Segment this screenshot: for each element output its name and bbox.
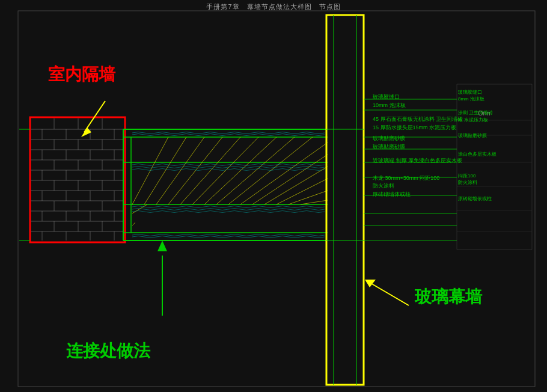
svg-line-65 [156, 137, 204, 204]
svg-marker-100 [157, 240, 167, 251]
svg-rect-80 [326, 15, 364, 385]
right-ann-4: 涂白色多层实木板 [458, 151, 533, 158]
svg-rect-1 [30, 117, 125, 242]
ann-line-10: 厚砖砌墙体或柱 [373, 191, 463, 199]
label-connection: 连接处做法 [66, 340, 150, 363]
svg-line-78 [132, 204, 147, 213]
right-ann-1: 玻璃胶缝口8mm 泡沫板 [458, 89, 533, 102]
title-text: 手册第7章 幕墙节点做法大样图 节点图 [206, 3, 340, 10]
ann-line-8: 木龙 30mm×30mm 闷距100 [373, 174, 463, 183]
svg-line-77 [301, 200, 328, 204]
svg-line-63 [132, 137, 168, 204]
right-ann-3: 玻璃贴磨砂膜 [458, 132, 533, 139]
svg-line-70 [216, 137, 295, 204]
svg-line-74 [264, 167, 328, 204]
ann-line-9: 防火涂料 [373, 182, 463, 191]
svg-line-69 [204, 137, 277, 204]
ann-line-4: 15 厚防水接头层15mm 水泥压力板 [373, 124, 463, 132]
svg-line-67 [180, 137, 240, 204]
right-ann-6: 原砖砌墙依或柱 [458, 195, 533, 202]
svg-line-76 [289, 191, 328, 204]
right-annotations: 玻璃胶缝口8mm 泡沫板 涂刷 卫生间墙砖水 水泥压力板 玻璃贴磨砂膜 涂白色多… [458, 89, 533, 202]
svg-marker-98 [81, 127, 91, 137]
ann-line-3: 45 厚石面石膏板无机涂料 卫生间墙砖 [373, 115, 463, 124]
ann-line-7: 近玻璃端 制厚 厚免漆白色多层实木板 [373, 157, 463, 165]
svg-marker-102 [365, 280, 376, 287]
right-ann-2: 涂刷 卫生间墙砖水 水泥压力板 [458, 109, 533, 123]
ann-line-1: 玻璃胶缝口 [373, 93, 463, 102]
title-bar: 手册第7章 幕墙节点做法大样图 节点图 [206, 2, 340, 11]
label-glass-curtain: 玻璃幕墙 [415, 286, 482, 308]
svg-line-73 [252, 155, 328, 204]
svg-line-79 [132, 222, 135, 225]
svg-line-75 [277, 179, 328, 204]
svg-line-71 [228, 137, 313, 204]
svg-line-68 [192, 137, 258, 204]
ann-line-2: 10mm 泡沫板 [373, 102, 463, 110]
label-interior-wall: 室内隔墙 [48, 63, 115, 86]
svg-line-101 [370, 283, 409, 305]
svg-line-66 [168, 137, 222, 204]
svg-line-72 [240, 142, 328, 204]
ann-line-5: 玻璃贴磨砂膜 [373, 135, 463, 143]
svg-line-64 [144, 137, 186, 204]
annotation-glass-seam: 玻璃胶缝口 10mm 泡沫板 45 厚石面石膏板无机涂料 卫生间墙砖 15 厚防… [373, 93, 463, 198]
ann-line-6: 玻璃贴磨砂膜 [373, 143, 463, 152]
right-ann-5: 闷距100防火涂料 [458, 173, 533, 186]
svg-line-97 [84, 101, 105, 132]
main-container: 手册第7章 幕墙节点做法大样图 节点图 [0, 0, 547, 392]
